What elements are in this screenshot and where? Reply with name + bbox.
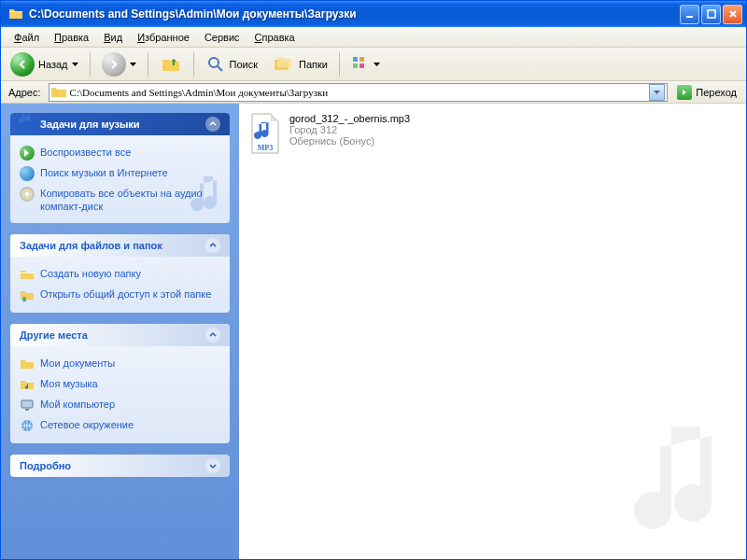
chevron-down-icon <box>72 63 78 66</box>
panel-header[interactable]: Другие места <box>10 324 230 346</box>
separator <box>90 52 91 77</box>
file-info: gorod_312_-_obernis.mp3 Город 312 Оберни… <box>289 113 410 147</box>
task-label: Копировать все объекты на аудио компакт-… <box>40 187 220 213</box>
views-icon <box>351 55 370 74</box>
task-label: Моя музыка <box>40 377 98 390</box>
computer-icon <box>20 398 35 413</box>
copy-cd-link[interactable]: Копировать все объекты на аудио компакт-… <box>20 184 220 216</box>
views-button[interactable] <box>345 51 386 77</box>
file-name: gorod_312_-_obernis.mp3 <box>289 113 410 124</box>
my-music-link[interactable]: Моя музыка <box>20 374 220 395</box>
svg-point-2 <box>209 58 218 67</box>
svg-rect-5 <box>353 63 358 68</box>
search-label: Поиск <box>230 59 258 70</box>
menu-bar: Файл Правка Вид Избранное Сервис Справка <box>1 27 746 48</box>
my-computer-link[interactable]: Мой компьютер <box>20 395 220 415</box>
panel-body: Создать новую папку Открыть общий доступ… <box>10 257 230 313</box>
menu-edit[interactable]: Правка <box>47 29 96 46</box>
caption-buttons <box>680 5 742 24</box>
network-icon <box>20 418 35 433</box>
folder-up-icon <box>160 53 182 76</box>
tasks-sidebar: Задачи для музыки Воспроизвести все Поис… <box>1 104 239 559</box>
address-dropdown-button[interactable] <box>649 84 665 101</box>
menu-file[interactable]: Файл <box>7 29 47 46</box>
file-title: Обернись (Бонус) <box>289 135 410 147</box>
panel-header[interactable]: Задачи для музыки <box>10 113 230 135</box>
expand-icon <box>205 458 220 473</box>
folders-icon <box>273 54 295 75</box>
back-button[interactable]: Назад <box>5 49 84 80</box>
forward-button[interactable] <box>96 49 142 80</box>
separator <box>339 52 340 77</box>
panel-body: Мои документы Моя музыка Мой компьютер С… <box>10 346 230 443</box>
task-label: Открыть общий доступ к этой папке <box>40 287 211 301</box>
panel-header[interactable]: Задачи для файлов и папок <box>10 234 230 257</box>
music-tasks-panel: Задачи для музыки Воспроизвести все Поис… <box>10 113 230 223</box>
collapse-icon <box>205 238 220 253</box>
svg-rect-6 <box>359 63 364 68</box>
address-field-wrap <box>49 83 669 102</box>
details-panel: Подробно <box>10 455 230 477</box>
search-music-link[interactable]: Поиск музыки в Интернете <box>20 163 220 184</box>
music-note-watermark <box>625 419 737 550</box>
music-folder-icon <box>20 377 35 392</box>
menu-tools[interactable]: Сервис <box>197 29 247 46</box>
address-label: Адрес: <box>5 87 45 98</box>
chevron-down-icon <box>374 63 380 66</box>
svg-rect-8 <box>21 400 33 408</box>
file-list-area[interactable]: MP3 gorod_312_-_obernis.mp3 Город 312 Об… <box>239 104 746 559</box>
panel-title: Задачи для музыки <box>40 119 140 130</box>
network-link[interactable]: Сетевое окружение <box>20 415 220 436</box>
back-icon <box>10 52 35 77</box>
svg-rect-3 <box>353 57 358 62</box>
task-label: Сетевое окружение <box>40 418 134 431</box>
maximize-button[interactable] <box>701 5 721 24</box>
my-documents-link[interactable]: Мои документы <box>20 354 220 374</box>
menu-view[interactable]: Вид <box>96 29 130 46</box>
up-button[interactable] <box>154 49 188 79</box>
panel-body: Воспроизвести все Поиск музыки в Интерне… <box>10 135 230 223</box>
svg-rect-0 <box>686 16 693 18</box>
collapse-icon <box>205 328 220 343</box>
chevron-down-icon <box>130 63 136 66</box>
separator <box>148 52 148 77</box>
collapse-icon <box>205 117 220 132</box>
share-folder-icon <box>20 287 35 302</box>
folder-icon <box>8 7 23 21</box>
menu-favorites[interactable]: Избранное <box>130 29 197 46</box>
share-folder-link[interactable]: Открыть общий доступ к этой папке <box>20 285 220 305</box>
panel-header[interactable]: Подробно <box>10 455 230 477</box>
menu-help[interactable]: Справка <box>247 29 303 46</box>
back-label: Назад <box>38 59 68 70</box>
folder-icon <box>51 87 66 98</box>
file-item[interactable]: MP3 gorod_312_-_obernis.mp3 Город 312 Об… <box>239 104 746 163</box>
title-bar[interactable]: C:\Documents and Settings\Admin\Мои доку… <box>1 1 746 27</box>
chevron-down-icon <box>654 91 660 94</box>
file-tasks-panel: Задачи для файлов и папок Создать новую … <box>10 234 230 313</box>
other-places-panel: Другие места Мои документы Моя музыка Мо… <box>10 324 230 443</box>
client-area: Задачи для музыки Воспроизвести все Поис… <box>1 104 746 559</box>
task-label: Мои документы <box>40 357 115 370</box>
panel-title: Задачи для файлов и папок <box>20 240 162 251</box>
forward-icon <box>102 52 126 77</box>
address-input[interactable] <box>66 87 650 98</box>
file-artist: Город 312 <box>289 124 410 135</box>
panel-title: Подробно <box>20 460 71 471</box>
folders-label: Папки <box>299 59 328 70</box>
svg-text:MP3: MP3 <box>258 144 273 152</box>
toolbar: Назад Поиск Папки <box>1 48 746 81</box>
search-icon <box>205 54 226 75</box>
folders-button[interactable]: Папки <box>267 50 333 78</box>
cd-icon <box>20 187 35 202</box>
minimize-button[interactable] <box>680 5 699 24</box>
search-button[interactable]: Поиск <box>200 50 263 78</box>
play-icon <box>20 146 35 161</box>
window-title: C:\Documents and Settings\Admin\Мои доку… <box>27 7 680 21</box>
play-all-link[interactable]: Воспроизвести все <box>20 143 220 163</box>
go-button[interactable]: Переход <box>671 83 742 102</box>
address-bar: Адрес: Переход <box>1 81 746 104</box>
close-button[interactable] <box>723 5 742 24</box>
new-folder-link[interactable]: Создать новую папку <box>20 264 220 285</box>
mp3-file-icon: MP3 <box>248 113 282 154</box>
go-icon <box>677 85 692 100</box>
